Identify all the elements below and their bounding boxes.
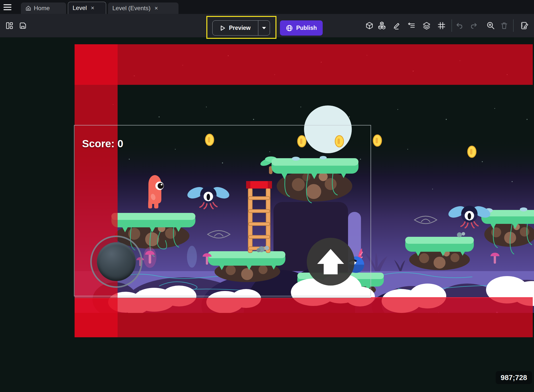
hazard-zone-left	[75, 44, 118, 337]
joystick-knob[interactable]	[97, 242, 136, 281]
score-text: Score: 0	[82, 138, 123, 150]
trash-icon[interactable]	[499, 20, 510, 31]
chevron-down-icon	[262, 27, 266, 29]
layers-icon[interactable]	[421, 20, 432, 31]
arrow-up-icon	[316, 248, 345, 275]
close-icon[interactable]: ×	[91, 5, 94, 11]
tab-home[interactable]: Home	[21, 2, 66, 14]
close-icon[interactable]: ×	[154, 5, 158, 11]
moon	[304, 105, 352, 153]
cursor-coordinates: 987;728	[496, 371, 532, 384]
edit-pencil-icon[interactable]	[391, 20, 402, 31]
undo-icon[interactable]	[454, 20, 465, 31]
play-icon	[220, 25, 225, 31]
preview-button-main[interactable]: Preview	[213, 21, 258, 35]
object-groups-icon[interactable]	[376, 20, 387, 31]
island	[405, 232, 474, 270]
tab-level[interactable]: Level ×	[68, 2, 106, 14]
save-icon[interactable]	[17, 20, 28, 31]
home-icon	[25, 5, 31, 11]
menu-icon[interactable]	[3, 3, 15, 12]
publish-label: Publish	[296, 25, 317, 31]
scene-editor-canvas[interactable]: Score: 0 987;728	[0, 37, 534, 392]
scene-notes-icon[interactable]	[519, 20, 530, 31]
publish-button[interactable]: Publish	[280, 20, 323, 36]
toolbar-divider	[513, 19, 514, 32]
tab-level-label: Level	[73, 4, 87, 11]
redo-icon[interactable]	[469, 20, 480, 31]
instances-list-icon[interactable]	[406, 20, 417, 31]
preview-button[interactable]: Preview	[212, 20, 270, 36]
preview-dropdown-button[interactable]	[258, 21, 270, 35]
tab-level-events-label: Level (Events)	[112, 5, 150, 12]
jump-button[interactable]	[307, 238, 355, 286]
toolbar-divider	[451, 19, 452, 32]
hazard-zone-bottom	[75, 298, 533, 337]
toolbar: Preview Publish	[0, 14, 534, 37]
joystick-control[interactable]	[90, 236, 142, 288]
zoom-in-icon[interactable]	[485, 20, 496, 31]
tab-bar: Home Level × Level (Events) ×	[0, 0, 534, 14]
grid-icon[interactable]	[436, 20, 447, 31]
panels-icon[interactable]	[4, 20, 15, 31]
game-scene	[0, 37, 534, 392]
tab-home-label: Home	[34, 5, 50, 12]
preview-label: Preview	[229, 25, 251, 31]
hazard-zone-top	[75, 44, 533, 85]
tab-level-events[interactable]: Level (Events) ×	[108, 2, 178, 14]
add-object-icon[interactable]	[364, 20, 375, 31]
globe-icon	[286, 24, 293, 32]
